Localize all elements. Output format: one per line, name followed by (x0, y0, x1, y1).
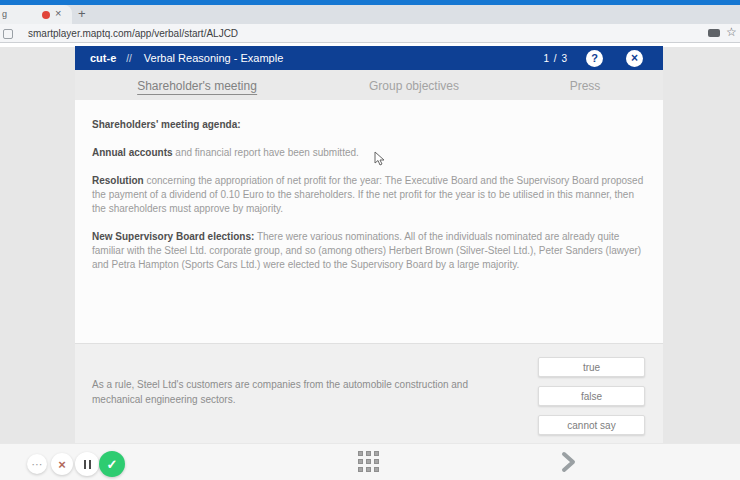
help-button[interactable]: ? (586, 50, 603, 67)
brand-separator: // (126, 53, 132, 64)
page-left-margin (0, 47, 75, 443)
passage-content: Shareholders' meeting agenda: Annual acc… (75, 100, 663, 343)
quit-button[interactable]: × (51, 453, 73, 475)
tab-press[interactable]: Press (570, 79, 601, 93)
passage-tab-strip: Shareholder's meeting Group objectives P… (75, 70, 663, 100)
test-header-bar: cut-e // Verbal Reasoning - Example 1 / … (75, 46, 663, 70)
passage-paragraph: Annual accounts and financial report hav… (92, 146, 648, 160)
browser-tab-title: g (2, 9, 7, 19)
more-options-button[interactable]: ⋯ (27, 454, 47, 474)
answer-cannot-say-button[interactable]: cannot say (538, 415, 645, 435)
browser-tab[interactable]: g × (0, 5, 72, 24)
progress-counter: 1 / 3 (544, 53, 568, 64)
tab-recording-dot-icon (42, 11, 50, 19)
question-panel: As a rule, Steel Ltd's customers are com… (75, 343, 663, 443)
pause-button[interactable] (75, 452, 99, 476)
browser-tab-strip: g × + (0, 5, 740, 24)
pause-icon (82, 455, 92, 473)
answer-true-button[interactable]: true (538, 357, 645, 377)
passage-paragraph: New Supervisory Board elections: There w… (92, 230, 648, 272)
overview-grid-button[interactable] (358, 451, 379, 472)
new-tab-button[interactable]: + (78, 6, 86, 21)
tab-close-icon[interactable]: × (55, 7, 61, 19)
test-title: Verbal Reasoning - Example (144, 52, 283, 64)
next-arrow-button[interactable] (556, 450, 580, 474)
bookmark-star-icon[interactable]: ☆ (726, 25, 737, 39)
url-text[interactable]: smartplayer.maptq.com/app/verbal/start/A… (28, 28, 238, 39)
brand-logo: cut-e (90, 52, 116, 64)
tab-shareholders-meeting[interactable]: Shareholder's meeting (137, 79, 257, 95)
tab-group-objectives[interactable]: Group objectives (369, 79, 459, 93)
question-statement: As a rule, Steel Ltd's customers are com… (92, 377, 492, 407)
media-control-icon[interactable] (708, 29, 720, 37)
site-info-icon[interactable] (3, 29, 13, 39)
address-bar[interactable]: smartplayer.maptq.com/app/verbal/start/A… (0, 24, 740, 43)
passage-paragraph: Resolution concerning the appropriation … (92, 174, 648, 216)
passage-heading: Shareholders' meeting agenda: (92, 118, 648, 132)
answer-false-button[interactable]: false (538, 386, 645, 406)
close-test-button[interactable]: × (626, 50, 643, 67)
page-right-margin (663, 47, 740, 443)
confirm-button[interactable]: ✓ (99, 451, 125, 477)
